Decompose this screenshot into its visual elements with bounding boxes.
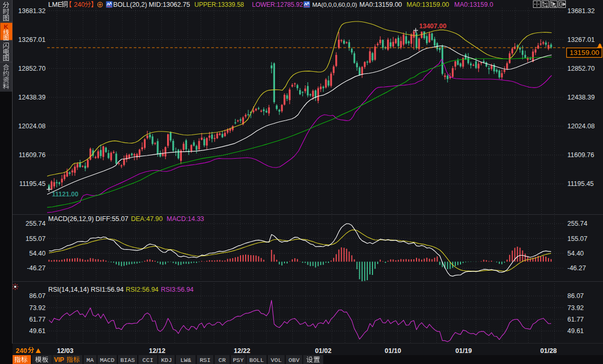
svg-text:MA0:13159.00: MA0:13159.00 xyxy=(359,1,402,8)
svg-text:255.74: 255.74 xyxy=(26,220,46,227)
svg-text:LW&: LW& xyxy=(180,357,191,363)
svg-text:240: 240 xyxy=(74,1,85,8)
svg-text:86.07: 86.07 xyxy=(567,292,584,300)
svg-text:01/02: 01/02 xyxy=(315,347,331,355)
svg-text:MA: MA xyxy=(86,357,94,363)
svg-text:12024.08: 12024.08 xyxy=(18,123,46,130)
svg-text:11195.45: 11195.45 xyxy=(19,180,46,187)
svg-text:13159.00: 13159.00 xyxy=(569,49,599,57)
svg-text:13267.01: 13267.01 xyxy=(18,36,46,43)
svg-text:UPPER:13339.58: UPPER:13339.58 xyxy=(194,1,244,8)
svg-text:-46.27: -46.27 xyxy=(27,264,46,272)
svg-text:11121.00: 11121.00 xyxy=(52,191,79,198)
svg-text:12852.70: 12852.70 xyxy=(567,65,595,72)
svg-text:11195.45: 11195.45 xyxy=(567,180,594,187)
svg-text:CCI: CCI xyxy=(142,357,154,363)
svg-text:MACD: MACD xyxy=(100,357,115,363)
svg-text:155.07: 155.07 xyxy=(26,235,46,242)
svg-text:255.74: 255.74 xyxy=(567,220,587,227)
svg-text:VOL: VOL xyxy=(271,357,282,363)
svg-text:RSI(14,14,14) RSI1:56.94: RSI(14,14,14) RSI1:56.94 xyxy=(48,286,124,293)
svg-text:12024.08: 12024.08 xyxy=(567,123,595,130)
svg-text:MACD:14.33: MACD:14.33 xyxy=(167,215,204,223)
svg-text:OBV: OBV xyxy=(289,357,300,363)
svg-text:BOLL: BOLL xyxy=(249,357,264,363)
svg-text:RSI: RSI xyxy=(200,357,211,363)
svg-text:11609.76: 11609.76 xyxy=(567,151,594,159)
svg-text:01/10: 01/10 xyxy=(385,347,401,355)
svg-text:86.07: 86.07 xyxy=(29,292,46,300)
svg-text:13407.00: 13407.00 xyxy=(419,23,446,30)
svg-text:73.92: 73.92 xyxy=(567,304,584,312)
svg-text:155.07: 155.07 xyxy=(567,235,587,242)
svg-text:DEA:47.90: DEA:47.90 xyxy=(131,215,163,223)
svg-text:MA(0,0,0,60,0,0): MA(0,0,0,60,0,0) xyxy=(312,2,357,8)
svg-text:PSY: PSY xyxy=(233,357,244,363)
svg-text:12438.39: 12438.39 xyxy=(567,94,595,101)
svg-text:54.40: 54.40 xyxy=(29,250,46,257)
svg-text:12/03: 12/03 xyxy=(57,347,73,355)
svg-text:13681.32: 13681.32 xyxy=(567,7,595,15)
svg-text:240: 240 xyxy=(16,347,27,355)
svg-text:MA0:13159.0: MA0:13159.0 xyxy=(454,1,493,8)
svg-text:BOLL(20,2) MID:13062.75: BOLL(20,2) MID:13062.75 xyxy=(113,1,190,8)
svg-text:13681.32: 13681.32 xyxy=(18,7,46,15)
svg-text:61.77: 61.77 xyxy=(29,316,46,323)
svg-text:RSI3:56.94: RSI3:56.94 xyxy=(161,286,194,293)
svg-text:RSI2:56.94: RSI2:56.94 xyxy=(126,286,159,293)
svg-text:12/12: 12/12 xyxy=(149,347,165,355)
svg-text:K: K xyxy=(4,24,8,30)
svg-text:KDJ: KDJ xyxy=(161,357,172,363)
svg-text:49.61: 49.61 xyxy=(567,327,584,335)
svg-text:01/28: 01/28 xyxy=(540,347,556,355)
svg-text:73.92: 73.92 xyxy=(29,304,46,312)
svg-text:01/19: 01/19 xyxy=(455,347,472,355)
svg-text:-46.27: -46.27 xyxy=(567,264,586,272)
svg-text:12852.70: 12852.70 xyxy=(18,65,46,72)
svg-text:BIAS: BIAS xyxy=(120,357,135,363)
svg-text:VIP: VIP xyxy=(54,356,64,363)
svg-text:MACD(26,12,9) DIFF:55.07: MACD(26,12,9) DIFF:55.07 xyxy=(48,215,128,223)
svg-text:13267.01: 13267.01 xyxy=(567,36,595,43)
svg-text:CR: CR xyxy=(218,357,226,363)
svg-text:LME: LME xyxy=(48,1,62,8)
svg-text:LOWER:12785.92: LOWER:12785.92 xyxy=(252,1,303,8)
svg-text:54.40: 54.40 xyxy=(567,250,584,257)
svg-text:MA0:13159.00: MA0:13159.00 xyxy=(407,1,449,8)
svg-text:61.77: 61.77 xyxy=(567,316,584,323)
svg-text:11609.76: 11609.76 xyxy=(19,151,46,159)
svg-text:12/22: 12/22 xyxy=(234,347,250,355)
svg-text:12438.39: 12438.39 xyxy=(18,94,46,101)
svg-text:49.61: 49.61 xyxy=(29,327,46,335)
